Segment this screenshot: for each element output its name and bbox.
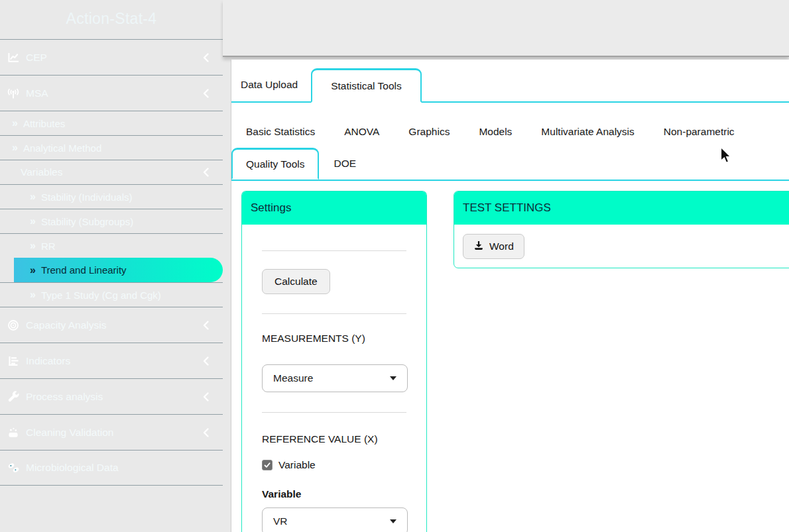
tab-data-upload[interactable]: Data Upload xyxy=(231,68,307,101)
wrench-icon xyxy=(7,391,20,403)
sidebar-item-label: Capacity Analysis xyxy=(26,319,106,331)
tool-tabs: Basic Statistics ANOVA Graphics Models M… xyxy=(231,116,789,181)
tab-label: ANOVA xyxy=(344,126,379,138)
settings-panel-body: Calculate MEASUREMENTS (Y) Measure REFER… xyxy=(242,250,426,532)
sidebar-item-label: Variables xyxy=(21,166,62,178)
bullseye-icon xyxy=(7,319,20,331)
double-chevron-right-icon: » xyxy=(12,117,17,129)
line-chart-icon xyxy=(7,52,20,64)
word-download-button-label: Word xyxy=(489,240,514,252)
settings-panel: Settings Calculate MEASUREMENTS (Y) Meas… xyxy=(241,191,427,532)
tab-models[interactable]: Models xyxy=(464,116,526,148)
tab-quality-tools[interactable]: Quality Tools xyxy=(231,148,319,180)
sidebar-item-label: CEP xyxy=(26,52,47,64)
main-tabs: Data Upload Statistical Tools xyxy=(231,68,789,103)
tab-label: Data Upload xyxy=(241,79,298,91)
sidebar-item-label: Trend and Linearity xyxy=(41,264,127,276)
sidebar-item-cep[interactable]: CEP xyxy=(0,39,223,75)
sidebar-item-label: Attributes xyxy=(23,118,65,129)
sidebar-item-label: Microbiological Data xyxy=(26,462,119,474)
double-chevron-right-icon: » xyxy=(30,191,35,203)
sidebar-item-rr[interactable]: » RR xyxy=(0,233,223,258)
chevron-left-icon xyxy=(202,168,210,178)
chevron-left-icon xyxy=(202,427,210,437)
sidebar-item-attributes[interactable]: » Attributes xyxy=(0,111,223,135)
app-title: Action-Stat-4 xyxy=(0,0,223,39)
divider xyxy=(262,250,406,251)
sidebar-item-stability-subgroups[interactable]: » Stability (Subgroups) xyxy=(0,209,223,233)
variable-field-label: Variable xyxy=(262,488,406,500)
sidebar-item-msa[interactable]: MSA xyxy=(0,75,223,111)
variable-checkbox-row: Variable xyxy=(262,459,406,471)
double-chevron-right-icon: » xyxy=(30,289,35,301)
variable-checkbox[interactable] xyxy=(262,460,273,470)
tab-label: Basic Statistics xyxy=(246,126,315,138)
variable-checkbox-label: Variable xyxy=(278,459,316,471)
double-chevron-right-icon: » xyxy=(30,240,35,252)
sidebar-item-process-analysis[interactable]: Process analysis xyxy=(0,378,223,414)
tab-label: Graphics xyxy=(408,126,450,138)
test-settings-panel-header: TEST SETTINGS xyxy=(454,191,789,225)
tab-doe[interactable]: DOE xyxy=(319,148,371,180)
sidebar-item-capacity-analysis[interactable]: Capacity Analysis xyxy=(0,307,223,343)
tab-multivariate-analysis[interactable]: Multivariate Analysis xyxy=(526,116,648,148)
word-download-button[interactable]: Word xyxy=(463,234,524,259)
chevron-left-icon xyxy=(202,88,210,98)
tab-basic-statistics[interactable]: Basic Statistics xyxy=(231,116,330,148)
microbe-icon xyxy=(7,462,20,474)
test-settings-panel-body: Word xyxy=(454,225,789,268)
sidebar-item-trend-and-linearity[interactable]: » Trend and Linearity xyxy=(14,258,223,282)
sidebar-item-microbiological-data[interactable]: Microbiological Data xyxy=(0,450,223,486)
sidebar-item-stability-individuals[interactable]: » Stability (Individuals) xyxy=(0,184,223,209)
sidebar-item-cleaning-validation[interactable]: Cleaning Validation xyxy=(0,414,223,450)
chevron-left-icon xyxy=(202,52,210,62)
variable-dropdown[interactable]: VR xyxy=(262,507,408,532)
tab-label: Models xyxy=(479,126,512,138)
sidebar-item-label: Analytical Method xyxy=(23,142,101,154)
broadcast-tower-icon xyxy=(7,87,20,99)
soap-icon xyxy=(7,427,20,439)
divider xyxy=(262,412,406,413)
sidebar-item-label: RR xyxy=(41,240,56,252)
sidebar-item-indicators[interactable]: Indicators xyxy=(0,343,223,378)
variable-dropdown-value: VR xyxy=(273,515,288,527)
tab-label: Quality Tools xyxy=(246,158,304,170)
settings-panel-title: Settings xyxy=(251,201,291,215)
sidebar-item-label: Stability (Subgroups) xyxy=(41,216,133,227)
sidebar: Action-Stat-4 CEP M xyxy=(0,0,223,532)
measure-dropdown-value: Measure xyxy=(273,372,313,384)
sidebar-item-variables[interactable]: Variables xyxy=(0,160,223,184)
sidebar-item-label: Indicators xyxy=(26,355,70,367)
double-chevron-right-icon: » xyxy=(30,215,35,227)
top-toolbar-area xyxy=(223,0,789,57)
sidebar-item-label: MSA xyxy=(26,87,48,99)
tab-graphics[interactable]: Graphics xyxy=(394,116,464,148)
tab-statistical-tools[interactable]: Statistical Tools xyxy=(311,68,422,103)
sidebar-item-type1-study[interactable]: » Type 1 Study (Cg and Cgk) xyxy=(0,282,223,307)
sidebar-nav: CEP MSA » At xyxy=(0,39,223,486)
measure-dropdown[interactable]: Measure xyxy=(262,364,408,392)
sidebar-item-analytical-method[interactable]: » Analytical Method xyxy=(0,135,223,160)
download-icon xyxy=(473,240,484,253)
chevron-down-icon xyxy=(390,519,396,523)
measurements-label: MEASUREMENTS (Y) xyxy=(262,333,406,345)
tab-label: Multivariate Analysis xyxy=(541,126,634,138)
test-settings-panel: TEST SETTINGS Word xyxy=(454,191,789,268)
double-chevron-right-icon: » xyxy=(30,264,35,276)
tab-label: Non-parametric xyxy=(664,126,735,138)
chevron-left-icon xyxy=(202,320,210,330)
tab-non-parametric[interactable]: Non-parametric xyxy=(649,116,749,148)
settings-panel-header: Settings xyxy=(242,191,426,225)
tab-label: DOE xyxy=(334,158,356,170)
reference-value-label: REFERENCE VALUE (X) xyxy=(262,433,406,445)
calculate-button-label: Calculate xyxy=(274,276,318,288)
chevron-left-icon xyxy=(202,392,210,401)
calculate-button[interactable]: Calculate xyxy=(262,269,330,294)
tab-anova[interactable]: ANOVA xyxy=(330,116,394,148)
chevron-down-icon xyxy=(390,376,396,380)
tab-label: Statistical Tools xyxy=(331,80,402,92)
sidebar-item-label: Cleaning Validation xyxy=(26,427,113,439)
double-chevron-right-icon: » xyxy=(12,142,17,154)
sidebar-item-label: Type 1 Study (Cg and Cgk) xyxy=(41,290,161,301)
main-content: Data Upload Statistical Tools Basic Stat… xyxy=(231,60,789,532)
